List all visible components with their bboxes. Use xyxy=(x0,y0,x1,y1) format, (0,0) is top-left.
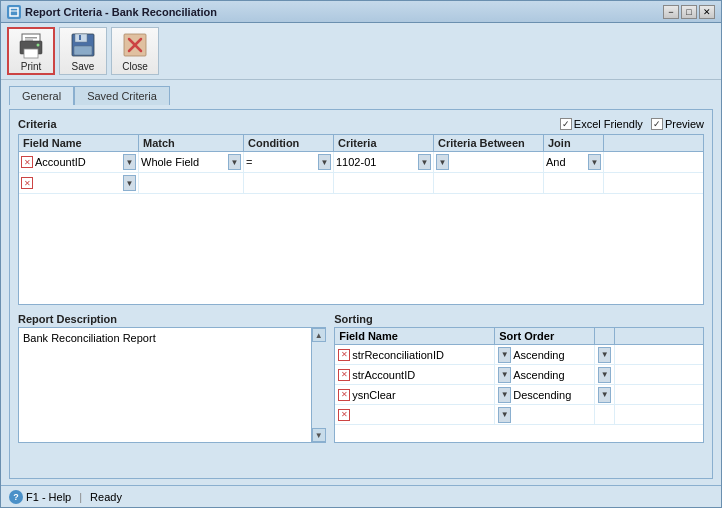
status-bar: ? F1 - Help | Ready xyxy=(1,485,721,507)
row1-condition: = ▼ xyxy=(244,152,334,172)
description-scrollbar: ▲ ▼ xyxy=(311,328,325,442)
sort-row2-extra-dropdown[interactable]: ▼ xyxy=(598,367,611,383)
scroll-down[interactable]: ▼ xyxy=(312,428,326,442)
sort-row3-order: ▼ Descending xyxy=(495,385,595,404)
report-description-box[interactable]: Bank Reconciliation Report ▲ ▼ xyxy=(18,327,326,443)
tab-general[interactable]: General xyxy=(9,86,74,105)
row1-remove-button[interactable]: ✕ xyxy=(21,156,33,168)
sort-row3-extra-dropdown[interactable]: ▼ xyxy=(598,387,611,403)
tab-saved-criteria[interactable]: Saved Criteria xyxy=(74,86,170,105)
sort-row1-remove[interactable]: ✕ xyxy=(338,349,350,361)
scroll-up[interactable]: ▲ xyxy=(312,328,326,342)
save-label: Save xyxy=(72,61,95,72)
close-toolbar-button[interactable]: Close xyxy=(111,27,159,75)
criteria-row-2: ✕ ▼ xyxy=(19,173,703,194)
sort-row3-remove[interactable]: ✕ xyxy=(338,389,350,401)
content-area: General Saved Criteria Criteria ✓ Excel … xyxy=(1,80,721,485)
svg-point-7 xyxy=(37,43,40,46)
window-title: Report Criteria - Bank Reconciliation xyxy=(25,6,659,18)
row1-between-dropdown[interactable]: ▼ xyxy=(436,154,449,170)
report-description-text: Bank Reconciliation Report xyxy=(23,332,156,344)
close-button[interactable]: ✕ xyxy=(699,5,715,19)
sort-row-2: ✕ strAccountID ▼ Ascending ▼ xyxy=(335,365,703,385)
print-icon xyxy=(17,31,45,59)
sort-row3-extra: ▼ xyxy=(595,385,615,404)
row2-remove-button[interactable]: ✕ xyxy=(21,177,33,189)
bottom-section: Report Description Bank Reconciliation R… xyxy=(18,313,704,443)
header-join: Join xyxy=(544,135,604,151)
row2-condition xyxy=(244,173,334,193)
row1-join-dropdown[interactable]: ▼ xyxy=(588,154,601,170)
excel-friendly-option[interactable]: ✓ Excel Friendly xyxy=(560,118,643,130)
minimize-button[interactable]: − xyxy=(663,5,679,19)
row1-field-dropdown[interactable]: ▼ xyxy=(123,154,136,170)
row1-join: And ▼ xyxy=(544,152,604,172)
criteria-header: Criteria ✓ Excel Friendly ✓ Preview xyxy=(18,118,704,130)
criteria-row-1: ✕ AccountID ▼ Whole Field ▼ = ▼ xyxy=(19,152,703,173)
report-description-title: Report Description xyxy=(18,313,326,325)
save-button[interactable]: Save xyxy=(59,27,107,75)
sort-row1-field: ✕ strReconciliationID xyxy=(335,345,495,364)
status-text: Ready xyxy=(90,491,122,503)
criteria-table: Field Name Match Condition Criteria Crit… xyxy=(18,134,704,305)
sort-row4-order-dropdown[interactable]: ▼ xyxy=(498,407,511,423)
row1-match: Whole Field ▼ xyxy=(139,152,244,172)
criteria-section: Criteria ✓ Excel Friendly ✓ Preview xyxy=(18,118,704,305)
svg-rect-0 xyxy=(10,8,18,16)
criteria-empty-area xyxy=(19,194,703,304)
sort-row4-field: ✕ xyxy=(335,405,495,424)
sort-row2-remove[interactable]: ✕ xyxy=(338,369,350,381)
sort-row2-order: ▼ Ascending xyxy=(495,365,595,384)
title-bar: Report Criteria - Bank Reconciliation − … xyxy=(1,1,721,23)
row1-field-name: ✕ AccountID ▼ xyxy=(19,152,139,172)
row2-field-dropdown[interactable]: ▼ xyxy=(123,175,136,191)
preview-option[interactable]: ✓ Preview xyxy=(651,118,704,130)
main-window: Report Criteria - Bank Reconciliation − … xyxy=(0,0,722,508)
svg-rect-6 xyxy=(25,39,33,41)
sort-row1-order-dropdown[interactable]: ▼ xyxy=(498,347,511,363)
row1-condition-dropdown[interactable]: ▼ xyxy=(318,154,331,170)
sorting-table-header: Field Name Sort Order xyxy=(335,328,703,345)
sort-row2-order-dropdown[interactable]: ▼ xyxy=(498,367,511,383)
row1-between: ▼ xyxy=(434,152,544,172)
sort-row1-extra: ▼ xyxy=(595,345,615,364)
row1-field-value: AccountID xyxy=(35,156,121,168)
sort-row1-extra-dropdown[interactable]: ▼ xyxy=(598,347,611,363)
excel-friendly-checkbox[interactable]: ✓ xyxy=(560,118,572,130)
row1-match-dropdown[interactable]: ▼ xyxy=(228,154,241,170)
close-icon xyxy=(121,31,149,59)
criteria-table-header: Field Name Match Condition Criteria Crit… xyxy=(19,135,703,152)
row2-match xyxy=(139,173,244,193)
sorting-title: Sorting xyxy=(334,313,704,325)
header-match: Match xyxy=(139,135,244,151)
sort-row1-order: ▼ Ascending xyxy=(495,345,595,364)
row2-field-name: ✕ ▼ xyxy=(19,173,139,193)
row2-criteria xyxy=(334,173,434,193)
sort-row3-order-dropdown[interactable]: ▼ xyxy=(498,387,511,403)
sort-row3-field: ✕ ysnClear xyxy=(335,385,495,404)
preview-checkbox[interactable]: ✓ xyxy=(651,118,663,130)
print-label: Print xyxy=(21,61,42,72)
help-area: ? F1 - Help xyxy=(9,490,71,504)
sort-row-4: ✕ ▼ xyxy=(335,405,703,425)
sorting-table: Field Name Sort Order ✕ strReconciliatio… xyxy=(334,327,704,443)
row1-criteria-dropdown[interactable]: ▼ xyxy=(418,154,431,170)
sort-row4-remove[interactable]: ✕ xyxy=(338,409,350,421)
tab-general-content: Criteria ✓ Excel Friendly ✓ Preview xyxy=(9,109,713,479)
row2-between xyxy=(434,173,544,193)
sort-header-order: Sort Order xyxy=(495,328,595,344)
sort-row-1: ✕ strReconciliationID ▼ Ascending ▼ xyxy=(335,345,703,365)
criteria-options: ✓ Excel Friendly ✓ Preview xyxy=(560,118,704,130)
window-icon xyxy=(7,5,21,19)
help-icon[interactable]: ? xyxy=(9,490,23,504)
sort-row4-order: ▼ xyxy=(495,405,595,424)
svg-rect-4 xyxy=(24,49,38,58)
maximize-button[interactable]: □ xyxy=(681,5,697,19)
sort-row4-extra xyxy=(595,405,615,424)
row1-criteria: 1102-01 ▼ xyxy=(334,152,434,172)
row1-condition-value: = xyxy=(246,156,316,168)
sort-row3-order-value: Descending xyxy=(513,389,571,401)
print-button[interactable]: Print xyxy=(7,27,55,75)
sort-row1-field-value: strReconciliationID xyxy=(352,349,444,361)
preview-label: Preview xyxy=(665,118,704,130)
